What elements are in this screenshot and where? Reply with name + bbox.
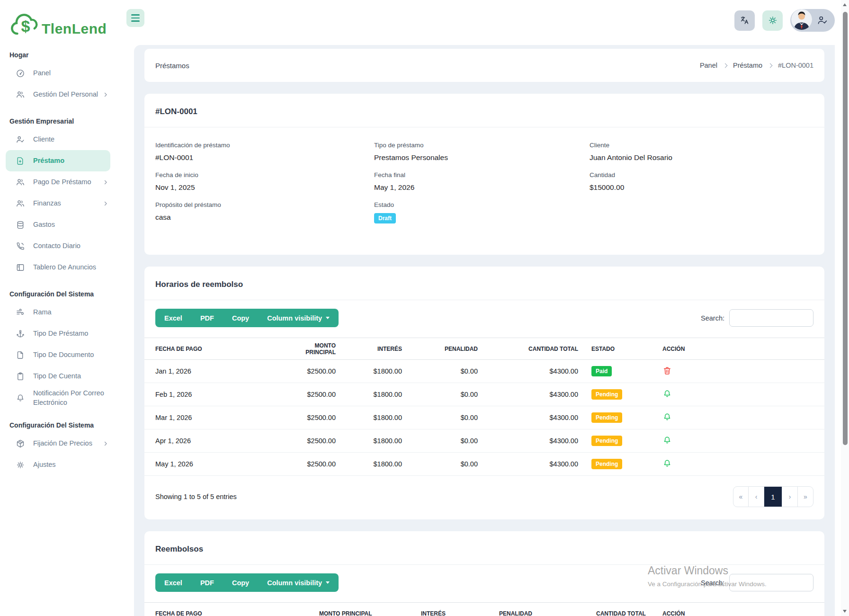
sidebar-item-tipo-de-prestamo[interactable]: Tipo De Préstamo <box>0 323 116 344</box>
search-input[interactable] <box>729 574 813 591</box>
pagination-prev[interactable]: ‹ <box>749 486 764 507</box>
wind-icon <box>15 308 26 317</box>
search-label: Search: <box>701 579 724 587</box>
profile-menu[interactable] <box>790 9 835 32</box>
field-loan-id: Identificación de préstamo #LON-0001 <box>155 142 374 162</box>
chevron-right-icon <box>768 63 773 68</box>
schedule-heading: Horarios de reembolso <box>144 267 824 300</box>
notify-bell-icon[interactable] <box>662 459 672 468</box>
caret-down-icon <box>326 317 330 319</box>
people-icon <box>15 178 26 187</box>
sidebar-item-tipo-de-documento[interactable]: Tipo De Documento <box>0 344 116 366</box>
delete-icon[interactable] <box>662 366 672 375</box>
table-header-row: FECHA DE PAGO MONTO PRINCIPAL INTERÉS PE… <box>144 603 824 616</box>
schedule-toolbar: Excel PDF Copy Column visibility Search: <box>144 300 824 328</box>
sidebar-item-contacto-diario[interactable]: Contacto Diario <box>0 235 116 257</box>
field-purpose: Propósito del préstamo casa <box>155 201 374 223</box>
refunds-toolbar: Excel PDF Copy Column visibility Search: <box>144 565 824 593</box>
pagination-page-1[interactable]: 1 <box>764 486 782 507</box>
sidebar-item-gastos[interactable]: Gastos <box>0 214 116 235</box>
notify-bell-icon[interactable] <box>662 412 672 422</box>
file-plus-icon <box>15 156 26 166</box>
col-monto-principal: MONTO PRINCIPAL <box>313 603 414 616</box>
sidebar-item-tipo-de-cuenta[interactable]: Tipo De Cuenta <box>0 366 116 387</box>
person-check-icon <box>817 15 828 26</box>
search-input[interactable] <box>729 309 813 327</box>
brand-logo[interactable]: $ TlenLend <box>0 3 116 39</box>
export-button-group: Excel PDF Copy Column visibility <box>155 573 339 592</box>
sidebar-item-ajustes[interactable]: Ajustes <box>0 454 116 475</box>
sidebar-item-notificacion-correo[interactable]: Notificación Por Correo Electrónico <box>0 387 116 409</box>
brand-name: TlenLend <box>42 22 107 39</box>
topbar <box>116 0 841 45</box>
cloud-dollar-icon: $ <box>9 12 40 39</box>
app-root: $ TlenLend Hogar Panel Gestión Del Perso… <box>0 0 841 616</box>
pagination-next[interactable]: › <box>782 486 798 507</box>
people-icon <box>15 199 26 208</box>
breadcrumb-current: #LON-0001 <box>778 62 813 69</box>
status-badge: Pending <box>591 412 622 423</box>
scrollbar-thumb[interactable] <box>843 12 848 445</box>
sidebar-item-finanzas[interactable]: Finanzas <box>0 193 116 214</box>
status-badge: Paid <box>591 366 612 376</box>
col-cantidad-total: CANTIDAD TOTAL <box>590 603 656 616</box>
board-icon <box>15 263 26 272</box>
gear-icon <box>15 460 26 470</box>
refunds-heading: Reembolsos <box>144 531 824 565</box>
sidebar-section-configuracion-1: Configuración Del Sistema Rama Tipo De P… <box>0 286 116 409</box>
scrollbar-up-arrow-icon[interactable] <box>843 3 847 6</box>
col-penalidad: PENALIDAD <box>492 603 590 616</box>
sidebar-toggle-button[interactable] <box>126 9 144 27</box>
excel-button[interactable]: Excel <box>155 309 191 327</box>
column-visibility-button[interactable]: Column visibility <box>258 573 339 592</box>
avatar <box>791 9 812 32</box>
pdf-button[interactable]: PDF <box>191 573 223 592</box>
bell-icon <box>15 393 26 403</box>
vertical-scrollbar <box>841 0 849 616</box>
col-accion: ACCIÓN <box>656 603 824 616</box>
notify-bell-icon[interactable] <box>662 436 672 445</box>
breadcrumb-prestamo[interactable]: Préstamo <box>733 62 762 69</box>
loan-fields-grid: Identificación de préstamo #LON-0001 Tip… <box>144 127 824 238</box>
sidebar: $ TlenLend Hogar Panel Gestión Del Perso… <box>0 0 116 616</box>
sidebar-item-prestamo[interactable]: Préstamo <box>6 150 110 171</box>
settings-button[interactable] <box>762 10 783 31</box>
field-loan-type: Tipo de préstamo Prestamos Personales <box>374 142 590 162</box>
sidebar-item-panel[interactable]: Panel <box>0 62 116 84</box>
export-button-group: Excel PDF Copy Column visibility <box>155 309 339 327</box>
sidebar-item-fijacion-de-precios[interactable]: Fijación De Precios <box>0 433 116 454</box>
title-card: Préstamos Panel Préstamo #LON-0001 <box>144 49 824 82</box>
pagination-first[interactable]: « <box>733 486 749 507</box>
sidebar-item-rama[interactable]: Rama <box>0 302 116 323</box>
breadcrumb-panel[interactable]: Panel <box>700 62 717 69</box>
caret-down-icon <box>326 581 330 584</box>
sidebar-item-tablero-de-anuncios[interactable]: Tablero De Anuncios <box>0 257 116 278</box>
copy-button[interactable]: Copy <box>223 573 258 592</box>
search-label: Search: <box>701 314 724 322</box>
sidebar-item-pago-de-prestamo[interactable]: Pago De Préstamo <box>0 171 116 193</box>
content-area: Préstamos Panel Préstamo #LON-0001 #LON-… <box>134 45 835 616</box>
package-icon <box>15 439 26 448</box>
people-icon <box>15 90 26 99</box>
column-visibility-button[interactable]: Column visibility <box>258 309 339 327</box>
translate-icon <box>740 15 750 26</box>
language-button[interactable] <box>734 10 755 31</box>
notify-bell-icon[interactable] <box>662 389 672 399</box>
database-icon <box>15 220 26 230</box>
pdf-button[interactable]: PDF <box>191 309 223 327</box>
section-heading: Configuración Del Sistema <box>0 286 116 302</box>
pagination-last[interactable]: » <box>798 486 813 507</box>
section-heading: Gestión Empresarial <box>0 113 116 129</box>
excel-button[interactable]: Excel <box>155 573 191 592</box>
field-amount: Cantidad $15000.00 <box>590 171 813 192</box>
refunds-card: Reembolsos Excel PDF Copy Column visibil… <box>144 531 824 616</box>
sidebar-item-gestion-del-personal[interactable]: Gestión Del Personal <box>0 84 116 105</box>
status-badge: Pending <box>591 389 622 400</box>
sidebar-item-cliente[interactable]: Cliente <box>0 129 116 150</box>
copy-button[interactable]: Copy <box>223 309 258 327</box>
pagination: « ‹ 1 › » <box>733 486 813 507</box>
scrollbar-down-arrow-icon[interactable] <box>843 610 847 613</box>
refunds-table: FECHA DE PAGO MONTO PRINCIPAL INTERÉS PE… <box>144 602 824 616</box>
status-badge: Pending <box>591 436 622 446</box>
breadcrumb: Panel Préstamo #LON-0001 <box>700 62 813 69</box>
